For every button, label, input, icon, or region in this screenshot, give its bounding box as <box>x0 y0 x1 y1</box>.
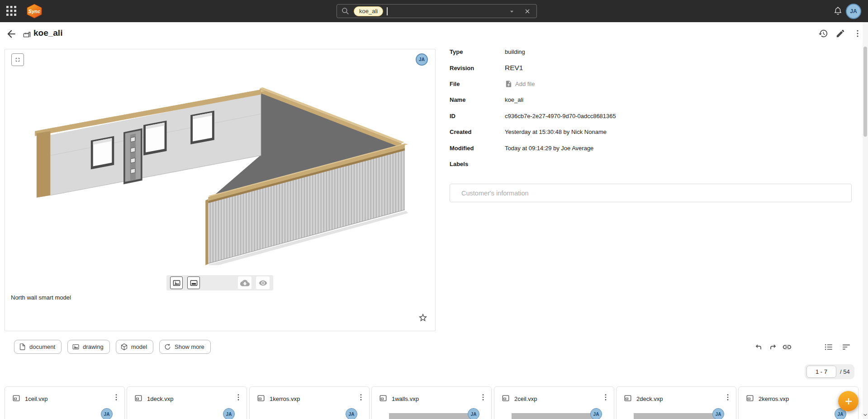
file-menu-button[interactable] <box>479 393 488 404</box>
show-more-button[interactable]: Show more <box>159 340 211 354</box>
file-card[interactable]: 2deck.vxp JA <box>616 386 736 419</box>
model-3d-viewport[interactable] <box>27 82 415 265</box>
detail-row-revision: Revision REV1 <box>450 60 852 76</box>
file-card[interactable]: 1kerros.vxp JA <box>249 386 370 419</box>
kebab-icon <box>479 393 488 402</box>
file-type-icon <box>134 394 142 404</box>
vertical-scrollbar[interactable] <box>863 22 868 419</box>
detail-label: File <box>450 81 505 87</box>
back-button[interactable] <box>5 28 17 42</box>
search-bar[interactable]: koe_ali <box>337 4 537 18</box>
file-card[interactable]: 1ceil.vxp JA <box>5 386 125 419</box>
model-owner-avatar[interactable]: JA <box>416 53 428 66</box>
add-file-label: Add file <box>515 81 535 87</box>
topbar: Sync koe_ali JA <box>0 0 868 22</box>
plus-icon <box>843 396 854 407</box>
file-name: 1walls.vxp <box>392 395 419 402</box>
page-total: / 54 <box>840 368 850 375</box>
image-icon <box>172 279 181 287</box>
sort-icon <box>841 342 851 352</box>
detail-row-created: Created Yesterday at 15:30:48 by Nick No… <box>450 124 852 140</box>
show-more-icon <box>164 343 171 351</box>
file-menu-button[interactable] <box>356 393 365 404</box>
search-term-chip[interactable]: koe_ali <box>354 6 383 16</box>
file-card[interactable]: 1deck.vxp JA <box>127 386 247 419</box>
add-file-icon <box>505 80 512 88</box>
file-owner-avatar: JA <box>590 408 602 419</box>
filter-chip-model[interactable]: model <box>116 340 153 354</box>
file-preview-thumbnail <box>389 413 471 419</box>
search-clear-button[interactable] <box>524 8 531 17</box>
notifications-button[interactable] <box>833 6 843 17</box>
file-menu-button[interactable] <box>723 393 732 404</box>
file-name: 2ceil.vxp <box>514 395 537 402</box>
apps-grid-icon <box>6 6 16 16</box>
edit-button[interactable] <box>835 29 845 40</box>
scrollbar-thumb[interactable] <box>863 47 867 137</box>
undo-button[interactable] <box>754 342 764 352</box>
file-owner-avatar: JA <box>101 408 113 419</box>
link-icon <box>782 342 792 352</box>
edit-icon <box>835 29 845 38</box>
filter-chip-document[interactable]: document <box>14 340 62 354</box>
drawing-icon <box>72 343 80 351</box>
user-avatar[interactable]: JA <box>846 4 861 19</box>
file-preview-thumbnail <box>634 413 716 419</box>
file-menu-button[interactable] <box>112 393 121 404</box>
kebab-icon <box>853 29 863 38</box>
details-panel: Type building Revision REV1 File Add fil… <box>450 44 852 172</box>
preview-button[interactable] <box>256 276 270 289</box>
bell-icon <box>833 6 843 15</box>
model-viewer-card: JA <box>5 49 436 331</box>
scroll-down-button[interactable] <box>863 411 868 419</box>
list-icon <box>824 342 834 352</box>
page-range-input[interactable]: 1 - 7 <box>806 366 836 378</box>
search-icon <box>342 7 349 15</box>
file-card[interactable]: 2ceil.vxp JA <box>494 386 614 419</box>
apps-grid-button[interactable] <box>6 6 16 16</box>
history-button[interactable] <box>818 29 828 40</box>
detail-value: c936cb7e-2e27-4970-9d70-0adcc8681365 <box>505 113 616 119</box>
file-name: 1ceil.vxp <box>25 395 48 402</box>
file-name: 1deck.vxp <box>147 395 174 402</box>
file-card[interactable]: 1walls.vxp JA <box>371 386 492 419</box>
sync-logo[interactable]: Sync <box>26 4 43 20</box>
favorite-button[interactable] <box>418 313 428 324</box>
file-type-icon <box>257 394 265 404</box>
detail-row-id: ID c936cb7e-2e27-4970-9d70-0adcc8681365 <box>450 108 852 124</box>
kebab-icon <box>356 393 365 402</box>
file-menu-button[interactable] <box>234 393 243 404</box>
close-icon <box>524 8 531 15</box>
redo-button[interactable] <box>768 342 778 352</box>
thumbnail-button[interactable] <box>187 276 200 289</box>
kebab-icon <box>601 393 610 402</box>
building-icon <box>23 30 31 40</box>
redo-icon <box>768 342 778 352</box>
more-menu-button[interactable] <box>853 29 863 40</box>
document-icon <box>19 343 26 351</box>
link-button[interactable] <box>782 342 792 352</box>
add-file-button[interactable]: Add file <box>505 80 535 88</box>
filter-chip-drawing[interactable]: drawing <box>67 340 110 354</box>
snapshot-button[interactable] <box>170 276 183 289</box>
search-dropdown-button[interactable] <box>508 8 516 17</box>
file-type-icon <box>502 394 510 404</box>
pagination: 1 - 7 / 54 <box>805 364 854 379</box>
fullscreen-button[interactable] <box>11 53 24 66</box>
download-button[interactable] <box>238 276 251 289</box>
detail-label: Labels <box>450 161 505 167</box>
sort-button[interactable] <box>841 342 851 352</box>
viewer-toolbar <box>166 275 273 290</box>
detail-value: REV1 <box>505 64 523 72</box>
list-view-button[interactable] <box>824 342 834 352</box>
detail-label: Revision <box>450 65 505 71</box>
text-cursor <box>387 7 388 15</box>
detail-value: Today at 09:14:29 by Joe Average <box>505 145 593 152</box>
app-screen: Sync koe_ali JA koe_ali <box>0 0 868 419</box>
detail-label: ID <box>450 113 505 119</box>
cloud-download-icon <box>240 278 250 288</box>
eye-icon <box>258 278 268 288</box>
customer-information-input[interactable] <box>450 184 852 202</box>
file-menu-button[interactable] <box>601 393 610 404</box>
add-button[interactable] <box>838 391 859 411</box>
